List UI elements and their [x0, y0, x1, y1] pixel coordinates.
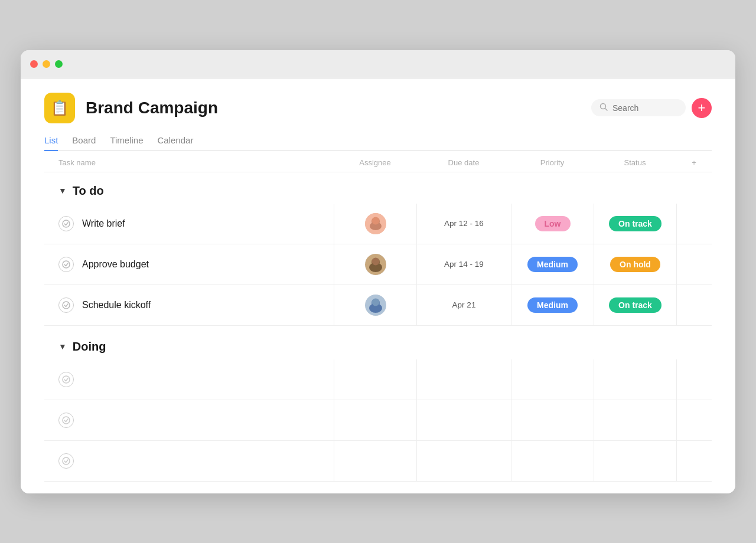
task-check-icon[interactable] — [58, 297, 74, 313]
svg-line-1 — [605, 109, 608, 111]
task-check-icon[interactable] — [58, 257, 74, 272]
header-row: 📋 Brand Campaign + — [44, 93, 712, 123]
table-row: Write brief Apr 12 - 16 — [44, 204, 712, 244]
chevron-down-icon[interactable]: ▼ — [58, 342, 67, 351]
titlebar — [21, 50, 735, 78]
svg-point-17 — [63, 376, 70, 383]
empty-cell — [676, 441, 712, 481]
empty-cell — [334, 400, 416, 440]
col-header-priority: Priority — [511, 158, 594, 167]
task-name-cell: Schedule kickoff — [44, 297, 334, 313]
due-date: Apr 14 - 19 — [444, 260, 484, 269]
task-name: Approve budget — [82, 259, 149, 270]
app-window: 📋 Brand Campaign + List — [21, 50, 735, 493]
task-name-cell: Approve budget — [44, 257, 334, 272]
task-name: Schedule kickoff — [82, 300, 151, 310]
project-icon: 📋 — [44, 93, 75, 123]
task-check-icon[interactable] — [58, 216, 74, 231]
empty-cell — [594, 441, 676, 481]
task-check-icon[interactable] — [58, 372, 74, 387]
priority-badge[interactable]: Medium — [527, 297, 578, 313]
table-row — [44, 400, 712, 441]
row-plus — [676, 244, 712, 284]
status-badge[interactable]: On track — [609, 216, 662, 231]
section-doing-title: Doing — [73, 340, 106, 354]
empty-cell — [334, 359, 416, 400]
tab-board[interactable]: Board — [72, 130, 96, 151]
assignee-cell — [334, 285, 416, 325]
svg-point-6 — [372, 217, 379, 224]
empty-cell — [416, 441, 511, 481]
chevron-down-icon[interactable]: ▼ — [58, 186, 67, 195]
tab-calendar[interactable]: Calendar — [158, 130, 194, 151]
nav-tabs: List Board Timeline Calendar — [44, 130, 712, 151]
due-date-cell: Apr 14 - 19 — [416, 244, 511, 284]
col-header-status: Status — [594, 158, 676, 167]
col-header-plus[interactable]: + — [676, 158, 712, 167]
maximize-button[interactable] — [55, 60, 63, 68]
tab-timeline[interactable]: Timeline — [110, 130, 143, 151]
status-badge[interactable]: On hold — [610, 257, 660, 272]
header-left: 📋 Brand Campaign — [44, 93, 218, 123]
status-badge[interactable]: On track — [609, 297, 662, 313]
task-name-cell: Write brief — [44, 216, 334, 231]
empty-cell — [416, 400, 511, 440]
table-row — [44, 441, 712, 482]
col-header-due-date: Due date — [416, 158, 511, 167]
priority-badge[interactable]: Low — [535, 216, 571, 231]
task-name-cell — [44, 453, 334, 469]
section-todo-header: ▼ To do — [44, 172, 712, 204]
svg-point-7 — [63, 261, 70, 268]
row-plus — [676, 204, 712, 244]
empty-cell — [511, 400, 594, 440]
assignee-cell — [334, 244, 416, 284]
col-header-assignee: Assignee — [334, 158, 416, 167]
due-date-cell: Apr 21 — [416, 285, 511, 325]
svg-point-11 — [372, 257, 379, 265]
due-date: Apr 21 — [452, 300, 476, 309]
search-icon — [599, 103, 608, 113]
empty-cell — [676, 400, 712, 440]
table-wrap: Task name Assignee Due date Priority Sta… — [44, 151, 712, 493]
avatar — [365, 213, 386, 234]
empty-cell — [334, 441, 416, 481]
task-name-cell — [44, 372, 334, 387]
status-cell: On track — [594, 204, 676, 244]
task-check-icon[interactable] — [58, 413, 74, 428]
empty-cell — [511, 441, 594, 481]
svg-point-18 — [63, 417, 70, 424]
app-content: 📋 Brand Campaign + List — [21, 78, 735, 493]
svg-point-2 — [63, 220, 70, 227]
table-row — [44, 359, 712, 400]
col-header-task-name: Task name — [44, 158, 334, 167]
search-input[interactable] — [612, 103, 677, 113]
table-header: Task name Assignee Due date Priority Sta… — [44, 151, 712, 172]
task-name-cell — [44, 413, 334, 428]
empty-cell — [594, 400, 676, 440]
task-check-icon[interactable] — [58, 453, 74, 469]
status-cell: On hold — [594, 244, 676, 284]
assignee-cell — [334, 204, 416, 244]
empty-cell — [676, 359, 712, 400]
avatar — [365, 254, 386, 275]
priority-cell: Medium — [511, 285, 594, 325]
due-date: Apr 12 - 16 — [444, 219, 484, 228]
empty-cell — [416, 359, 511, 400]
search-box — [591, 99, 686, 116]
row-plus — [676, 285, 712, 325]
svg-point-16 — [372, 298, 379, 306]
minimize-button[interactable] — [43, 60, 50, 68]
priority-badge[interactable]: Medium — [527, 257, 578, 272]
table-row: Schedule kickoff Apr 21 — [44, 285, 712, 326]
add-button[interactable]: + — [692, 98, 712, 118]
due-date-cell: Apr 12 - 16 — [416, 204, 511, 244]
section-doing-header: ▼ Doing — [44, 328, 712, 359]
tab-list[interactable]: List — [44, 130, 58, 151]
empty-cell — [511, 359, 594, 400]
svg-point-19 — [63, 457, 70, 465]
status-cell: On track — [594, 285, 676, 325]
priority-cell: Low — [511, 204, 594, 244]
close-button[interactable] — [30, 60, 38, 68]
empty-cell — [594, 359, 676, 400]
project-title: Brand Campaign — [86, 99, 218, 117]
